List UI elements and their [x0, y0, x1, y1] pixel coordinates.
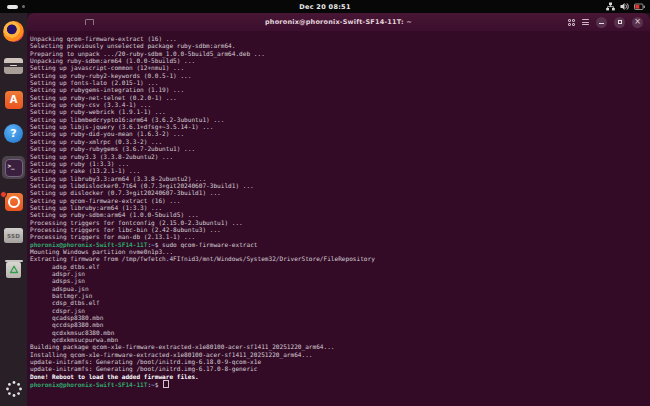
dock-item-terminal[interactable]: >_	[2, 156, 25, 179]
terminal-line: Setting up rubygems-integration (1.19) .…	[30, 86, 650, 93]
terminal-line: qcadsp8380.mbn	[30, 314, 650, 321]
terminal-line: battmgr.jsn	[30, 292, 650, 299]
terminal-line: Setting up ruby-webrick (1.9.1-1) ...	[30, 108, 650, 115]
terminal-line: Setting up libdislocker0.7t64 (0.7.3+git…	[30, 182, 650, 189]
terminal-line: Setting up libruby3.3:arm64 (3.3.8-2ubun…	[30, 175, 650, 182]
terminal-line: update-initramfs: Generating /boot/initr…	[30, 365, 650, 372]
menu-icon[interactable]	[582, 19, 589, 25]
terminal-line: Setting up ruby-sdbm:arm64 (1.0.0-5build…	[30, 211, 650, 218]
terminal-line: cdsp_dtbs.elf	[30, 299, 650, 306]
terminal-line: Setting up libmbedcrypto16:arm64 (3.6.2-…	[30, 116, 650, 123]
close-icon: ×	[634, 18, 641, 26]
close-button[interactable]: ×	[632, 17, 643, 28]
terminal-line: Preparing to unpack .../20-ruby-sdbm_1.0…	[30, 50, 650, 57]
terminal-icon: >_	[5, 159, 23, 177]
recycle-arrows-icon	[9, 265, 19, 275]
dock-item-file-manager[interactable]	[2, 54, 25, 77]
terminal-line: Setting up qcom-firmware-extract (16) ..…	[30, 197, 650, 204]
terminal-line: Setting up libruby:arm64 (1:3.3) ...	[30, 204, 650, 211]
window-titlebar[interactable]: phoronix@phoronix-Swift-SF14-11T: ~ ×	[27, 13, 650, 31]
terminal-line: adsp_dtbs.elf	[30, 263, 650, 270]
terminal-line: Setting up fonts-lato (2.015-1) ...	[30, 79, 650, 86]
ubuntu-ring	[8, 196, 20, 208]
clock[interactable]: Dec 20 08:51	[0, 3, 650, 11]
terminal-line: phoronix@phoronix-Swift-SF14-11T:~$ sudo…	[30, 241, 650, 248]
terminal-line: Building package qcom-x1e-firmware-extra…	[30, 343, 650, 350]
dock-item-firefox[interactable]	[2, 20, 25, 43]
dock-item-ssd-drive[interactable]: SSD	[2, 224, 25, 247]
terminal-line: Processing triggers for fontconfig (2.15…	[30, 219, 650, 226]
terminal-prompt-glyph: >_	[8, 162, 15, 169]
terminal-line: Setting up ruby-xmlrpc (0.3.3-2) ...	[30, 138, 650, 145]
window-title: phoronix@phoronix-Swift-SF14-11T: ~	[265, 18, 412, 26]
app-center-letter: A	[10, 94, 18, 105]
terminal-line: phoronix@phoronix-Swift-SF14-11T:~$	[30, 380, 650, 388]
terminal-line: adspr.jsn	[30, 270, 650, 277]
dock-item-trash[interactable]	[2, 258, 25, 281]
minimize-button[interactable]	[596, 17, 607, 28]
app-center-icon: A	[5, 91, 23, 109]
maximize-icon	[618, 20, 622, 24]
terminal-line: Installing qcom-x1e-firmware-extracted-x…	[30, 351, 650, 358]
terminal-line: Setting up javascript-common (12+nmu1) .…	[30, 64, 650, 71]
update-badge	[0, 191, 7, 198]
dock-item-app-center[interactable]: A	[2, 88, 25, 111]
trash-icon	[6, 262, 21, 278]
top-bar: Dec 20 08:51	[0, 0, 650, 13]
terminal-line: Extracting firmware from /tmp/fwfetch.4F…	[30, 255, 650, 262]
terminal-line: qccdsp8380.mbn	[30, 321, 650, 328]
terminal-line: Setting up libjs-jquery (3.6.1+dfsg+~3.5…	[30, 123, 650, 130]
terminal-line: Setting up ruby-ruby2-keywords (0.0.5-1)…	[30, 72, 650, 79]
terminal-line: Setting up ruby-did-you-mean (1.6.3-2) .…	[30, 130, 650, 137]
terminal-line: Setting up dislocker (0.7.3+git20240607-…	[30, 189, 650, 196]
tab-overview-icon[interactable]	[568, 19, 575, 26]
software-updater-icon	[5, 193, 23, 211]
show-apps-button[interactable]	[2, 377, 25, 400]
wired-network-icon	[606, 2, 615, 11]
terminal-line: Selecting previously unselected package …	[30, 42, 650, 49]
terminal-line: update-initramfs: Generating /boot/initr…	[30, 358, 650, 365]
terminal-cursor	[163, 380, 169, 388]
terminal-line: cdspr.jsn	[30, 307, 650, 314]
terminal-line: Done! Reboot to load the added firmware …	[30, 373, 650, 380]
terminal-line: adsps.jsn	[30, 277, 650, 284]
terminal-window: phoronix@phoronix-Swift-SF14-11T: ~ × Un…	[27, 13, 650, 406]
terminal-line: Unpacking ruby-sdbm:arm64 (1.0.0-5build5…	[30, 57, 650, 64]
terminal-line: Setting up ruby (1:3.3) ...	[30, 160, 650, 167]
terminal-line: adspua.jsn	[30, 285, 650, 292]
battery-icon	[634, 3, 645, 11]
terminal-line: qcdxkmsucpurwa.mbn	[30, 336, 650, 343]
help-icon: ?	[4, 124, 23, 143]
dock-item-software-updater[interactable]	[2, 190, 25, 213]
ssd-label: SSD	[7, 233, 20, 239]
terminal-line: qcdxkmsuc8380.mbn	[30, 329, 650, 336]
file-manager-icon	[4, 58, 23, 74]
terminal-line: Setting up rake (13.2.1-1) ...	[30, 167, 650, 174]
show-apps-icon	[5, 380, 23, 398]
terminal-line: Processing triggers for libc-bin (2.42-8…	[30, 226, 650, 233]
terminal-line: Setting up ruby-rubygems (3.6.7-2ubuntu1…	[30, 145, 650, 152]
terminal-line: Setting up ruby3.3 (3.3.8-2ubuntu2) ...	[30, 153, 650, 160]
terminal-line: Setting up ruby-net-telnet (0.2.0-1) ...	[30, 94, 650, 101]
help-question-mark: ?	[10, 127, 16, 140]
terminal-line: Mounting Windows partition nvme0n1p3...	[30, 248, 650, 255]
volume-icon	[620, 2, 629, 11]
dock: A ? >_ SSD	[0, 13, 27, 406]
terminal-line: Unpacking qcom-firmware-extract (16) ...	[30, 35, 650, 42]
firefox-icon	[3, 21, 24, 42]
terminal-line: Processing triggers for man-db (2.13.1-1…	[30, 233, 650, 240]
system-tray[interactable]	[606, 0, 645, 13]
terminal-line: Setting up ruby-csv (3.3.4-1) ...	[30, 101, 650, 108]
new-tab-icon[interactable]	[85, 19, 94, 25]
dock-item-help[interactable]: ?	[2, 122, 25, 145]
ssd-drive-icon: SSD	[4, 228, 23, 243]
minimize-icon	[599, 23, 604, 24]
terminal-output[interactable]: Unpacking qcom-firmware-extract (16) ...…	[27, 31, 650, 406]
maximize-button[interactable]	[614, 17, 625, 28]
